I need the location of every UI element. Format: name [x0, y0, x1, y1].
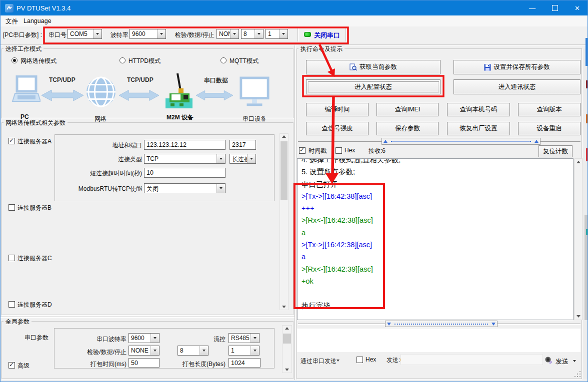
close-button[interactable]: ✕: [566, 0, 588, 15]
get-params-button[interactable]: 获取当前参数: [306, 60, 440, 74]
menu-language[interactable]: Language: [24, 17, 52, 24]
parity-select[interactable]: NONI: [216, 29, 239, 39]
splitter-handle[interactable]: [382, 138, 540, 145]
scrollbar-thumb[interactable]: [280, 141, 288, 200]
server-a-address-input[interactable]: 123.123.12.12: [144, 140, 226, 150]
serial-baud-select[interactable]: 9600: [128, 333, 160, 343]
timestamp-label[interactable]: 时间戳: [308, 147, 326, 155]
flow-control-select[interactable]: RS485: [228, 333, 260, 343]
port-label: 串口号: [48, 31, 66, 39]
receive-log[interactable]: 4. 选择工作模式,配置相关参数;5. 设置所有参数;串口已打开>[Tx->][…: [297, 158, 574, 320]
chevron-down-icon[interactable]: [216, 154, 225, 163]
chevron-down-icon[interactable]: [250, 346, 259, 355]
chevron-down-icon[interactable]: [216, 184, 225, 193]
send-via-serial-dropdown[interactable]: 通过串口发送: [300, 357, 336, 366]
chevron-down-icon[interactable]: [200, 346, 208, 355]
timestamp-checkbox[interactable]: [299, 147, 306, 154]
conn-type-label: 连接类型: [97, 155, 142, 164]
chevron-down-icon[interactable]: [157, 29, 166, 38]
enter-config-button[interactable]: 进入配置状态: [306, 79, 440, 94]
chevron-down-icon[interactable]: [250, 334, 259, 343]
stopbits-select[interactable]: 1: [266, 29, 288, 39]
pack-length-input[interactable]: 1024: [228, 358, 260, 368]
chevron-down-icon[interactable]: [279, 29, 288, 38]
splitter-handle[interactable]: [385, 321, 498, 327]
menu-file[interactable]: 文件: [6, 17, 18, 26]
chevron-down-icon[interactable]: [93, 29, 102, 38]
send-hex-checkbox[interactable]: [356, 357, 363, 363]
save-params-button[interactable]: 保存参数: [376, 122, 438, 135]
global-parity-select[interactable]: NONE: [128, 346, 160, 356]
baud-select[interactable]: 9600: [130, 29, 166, 39]
scroll-down-icon[interactable]: [282, 369, 292, 371]
scroll-down-icon[interactable]: [280, 306, 288, 308]
server-a-port-input[interactable]: 2317: [230, 140, 256, 150]
minimize-button[interactable]: —: [521, 0, 544, 15]
pack-time-label: 打包时间(ms): [80, 360, 126, 369]
radio-httpd-label[interactable]: HTTPD模式: [128, 57, 160, 65]
resize-grip[interactable]: [574, 371, 582, 378]
radio-mqtt-label[interactable]: MQTT模式: [230, 57, 258, 65]
device-restart-button[interactable]: 设备重启: [518, 122, 580, 135]
databits-select[interactable]: 8: [241, 29, 264, 39]
server-d-checkbox[interactable]: [8, 301, 15, 308]
factory-reset-button[interactable]: 恢复出厂设置: [447, 122, 510, 135]
search-doc-icon: [350, 63, 357, 71]
chevron-down-icon[interactable]: [254, 29, 263, 38]
server-c-label[interactable]: 连接服务器C: [18, 254, 52, 263]
chevron-down-icon[interactable]: [573, 360, 576, 362]
advanced-checkbox[interactable]: [8, 362, 15, 369]
server-c-checkbox[interactable]: [8, 255, 15, 261]
radio-net-passthrough[interactable]: [12, 57, 18, 63]
modbus-enable-select[interactable]: 关闭: [144, 183, 226, 193]
chevron-down-icon[interactable]: [150, 334, 159, 343]
query-signal-button[interactable]: 查信号强度: [306, 122, 368, 135]
recv-hex-checkbox[interactable]: [336, 147, 342, 154]
global-params-scrollbar[interactable]: [282, 325, 292, 373]
chevron-down-icon[interactable]: [247, 154, 256, 163]
radio-net-passthrough-label[interactable]: 网络透传模式: [20, 57, 56, 65]
panel-divider: [294, 45, 296, 380]
log-scrollbar[interactable]: [574, 158, 582, 320]
send-hex-label[interactable]: Hex: [366, 356, 376, 363]
recv-hex-label[interactable]: Hex: [344, 147, 355, 154]
send-input[interactable]: [297, 329, 580, 352]
conn-type-select[interactable]: TCP: [144, 154, 226, 164]
global-stopbits-select[interactable]: 1: [228, 346, 260, 356]
scroll-down-icon[interactable]: [575, 315, 582, 318]
server-a-checkbox[interactable]: [8, 138, 15, 144]
advanced-label[interactable]: 高级: [18, 362, 30, 370]
timeout-input[interactable]: 10: [144, 168, 226, 178]
server-b-checkbox[interactable]: [8, 204, 15, 211]
scroll-up-icon[interactable]: [575, 161, 582, 163]
enter-comm-button[interactable]: 进入通讯状态: [454, 79, 580, 94]
server-a-label[interactable]: 连接服务器A: [18, 137, 52, 146]
pc-laptop-icon: [12, 75, 40, 108]
query-version-button[interactable]: 查询版本: [518, 103, 580, 116]
server-d-label[interactable]: 连接服务器D: [18, 301, 52, 309]
chevron-down-icon[interactable]: [336, 360, 340, 362]
radio-httpd[interactable]: [120, 57, 126, 63]
conn-keep-select[interactable]: 长连接: [230, 154, 256, 164]
reset-count-button[interactable]: 复位计数: [538, 145, 572, 157]
radio-mqtt[interactable]: [220, 57, 226, 63]
net-params-scrollbar[interactable]: [280, 133, 288, 310]
maximize-button[interactable]: [544, 0, 566, 15]
scroll-up-icon[interactable]: [282, 327, 292, 330]
pack-time-input[interactable]: 50: [128, 358, 160, 368]
serial-data-arrow-icon: [196, 88, 233, 104]
scroll-up-icon[interactable]: [280, 135, 288, 138]
query-imei-button[interactable]: 查询IMEI: [376, 103, 438, 116]
scrollbar-thumb[interactable]: [283, 334, 291, 344]
query-phone-number-button[interactable]: 查询本机号码: [447, 103, 510, 116]
global-databits-select[interactable]: 8: [178, 346, 208, 356]
set-save-params-button[interactable]: 设置并保存所有参数: [454, 60, 580, 74]
server-b-label[interactable]: 连接服务器B: [18, 204, 52, 212]
serial-params-label: 串口参数: [24, 334, 48, 342]
compile-time-button[interactable]: 编译时间: [306, 103, 368, 116]
send-button[interactable]: 发送: [556, 357, 568, 366]
chevron-down-icon[interactable]: [150, 346, 159, 355]
close-port-button[interactable]: 关闭串口: [314, 31, 340, 40]
port-select[interactable]: COM5: [68, 29, 102, 39]
chevron-down-icon[interactable]: [230, 29, 238, 38]
